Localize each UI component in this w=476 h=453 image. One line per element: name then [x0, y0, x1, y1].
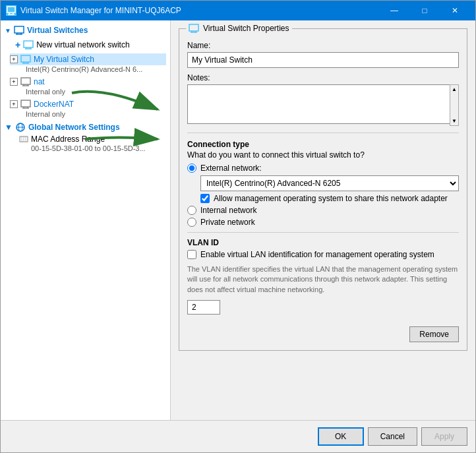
vlan-enable-checkbox[interactable] — [187, 250, 196, 259]
new-switch-icon — [23, 40, 34, 49]
mac-address-item[interactable]: MAC Address Range 00-15-5D-38-01-00 to 0… — [5, 133, 166, 154]
notes-scrollable: ▲ ▼ — [187, 84, 459, 126]
my-virtual-switch-header[interactable]: + My Virtual Switch — [10, 53, 166, 65]
notes-label: Notes: — [187, 73, 459, 82]
vlan-id-input[interactable] — [187, 300, 220, 315]
nat-switch-header[interactable]: + nat — [10, 76, 166, 88]
nat-switch-icon — [20, 77, 31, 86]
dockernat-switch-item: + DockerNAT Internal only — [1, 97, 170, 119]
expand-dockernat-icon[interactable]: + — [10, 100, 18, 108]
right-panel-wrapper: Virtual Switch Properties Name: Notes: — [171, 20, 475, 420]
mac-address-label: MAC Address Range — [31, 135, 105, 144]
name-field-container: Name: — [187, 41, 459, 68]
vlan-id-header: VLAN ID — [187, 238, 459, 247]
global-network-section: ▼ Global Network Settings — [1, 119, 170, 157]
main-window: Virtual Switch Manager for MININT-UQJ6AC… — [0, 0, 476, 453]
vlan-enable-label[interactable]: Enable virtual LAN identification for ma… — [200, 250, 434, 259]
svg-rect-4 — [15, 26, 24, 33]
nat-switch-item: + nat Internal only — [1, 75, 170, 97]
dockernat-switch-detail: Internal only — [10, 110, 166, 118]
svg-rect-12 — [21, 55, 30, 62]
allow-management-checkbox[interactable] — [200, 194, 210, 203]
name-label: Name: — [187, 41, 459, 50]
internal-network-row: Internal network — [187, 206, 459, 215]
dockernat-switch-header[interactable]: + DockerNAT — [10, 98, 166, 110]
properties-icon — [189, 24, 199, 33]
connection-type-section: Connection type What do you want to conn… — [187, 140, 459, 227]
adapter-dropdown-row: Intel(R) Centrino(R) Advanced-N 6205 — [200, 175, 459, 191]
nat-switch-name: nat — [34, 77, 45, 86]
name-input[interactable] — [187, 52, 459, 68]
private-network-row: Private network — [187, 218, 459, 227]
my-switch-name: My Virtual Switch — [34, 55, 94, 64]
allow-management-row: Allow management operating system to sha… — [200, 194, 459, 203]
dockernat-switch-icon — [20, 100, 31, 109]
maximize-button[interactable]: □ — [409, 1, 440, 20]
divider-1 — [187, 133, 459, 133]
switches-icon — [14, 26, 24, 35]
new-switch-label: New virtual network switch — [36, 40, 129, 49]
private-network-label[interactable]: Private network — [200, 218, 255, 227]
mac-address-value: 00-15-5D-38-01-00 to 00-15-5D-3... — [19, 144, 146, 152]
virtual-switches-header[interactable]: ▼ Virtual Switches — [1, 23, 170, 38]
mac-address-row: MAC Address Range — [19, 135, 105, 144]
svg-rect-20 — [21, 100, 30, 107]
expand-my-switch-icon[interactable]: + — [10, 55, 18, 63]
properties-title: Virtual Switch Properties — [203, 24, 289, 33]
apply-button[interactable]: Apply — [421, 427, 467, 446]
close-button[interactable]: ✕ — [440, 1, 470, 20]
svg-rect-31 — [189, 24, 198, 31]
minimize-button[interactable]: — — [379, 1, 409, 20]
my-switch-detail: Intel(R) Centrino(R) Advanced-N 6... — [10, 65, 166, 73]
internal-network-label[interactable]: Internal network — [200, 206, 256, 215]
collapse-global-icon: ▼ — [5, 123, 13, 132]
virtual-switches-label: Virtual Switches — [27, 26, 88, 35]
add-icon: + — [15, 40, 20, 50]
properties-group-box: Virtual Switch Properties Name: Notes: — [179, 28, 467, 351]
vlan-description: The VLAN identifier specifies the virtua… — [187, 264, 459, 295]
dockernat-switch-name: DockerNAT — [34, 100, 74, 109]
notes-input[interactable] — [187, 84, 459, 124]
vlan-enable-row: Enable virtual LAN identification for ma… — [187, 250, 459, 259]
window-title: Virtual Switch Manager for MININT-UQJ6AC… — [20, 6, 181, 15]
mac-icon — [19, 135, 28, 144]
new-switch-item[interactable]: + New virtual network switch — [1, 38, 170, 52]
svg-rect-8 — [24, 41, 33, 47]
my-virtual-switch-item: + My Virtual Switch Intel(R) Centrino(R)… — [1, 52, 170, 75]
my-switch-icon — [20, 55, 31, 64]
notes-scrollbar[interactable]: ▲ ▼ — [450, 84, 459, 126]
remove-button[interactable]: Remove — [409, 326, 459, 342]
external-network-row: External network: — [187, 164, 459, 173]
adapter-select[interactable]: Intel(R) Centrino(R) Advanced-N 6205 — [200, 175, 459, 191]
notes-field-container: Notes: ▲ ▼ — [187, 73, 459, 126]
expand-nat-icon[interactable]: + — [10, 78, 18, 86]
ok-button[interactable]: OK — [318, 427, 364, 446]
properties-group-title: Virtual Switch Properties — [186, 24, 292, 33]
private-network-radio[interactable] — [187, 218, 196, 227]
svg-rect-0 — [7, 7, 15, 13]
vlan-section: VLAN ID Enable virtual LAN identificatio… — [187, 232, 459, 315]
remove-button-row: Remove — [187, 321, 459, 342]
allow-management-label[interactable]: Allow management operating system to sha… — [214, 194, 448, 203]
internal-network-radio[interactable] — [187, 206, 196, 215]
global-network-label: Global Network Settings — [28, 123, 120, 132]
global-network-icon — [15, 122, 26, 133]
title-bar: Virtual Switch Manager for MININT-UQJ6AC… — [1, 1, 475, 20]
right-panel: Virtual Switch Properties Name: Notes: — [171, 20, 475, 367]
external-network-label[interactable]: External network: — [200, 164, 262, 173]
external-network-radio[interactable] — [187, 164, 196, 173]
connection-type-header: Connection type — [187, 140, 459, 149]
collapse-icon: ▼ — [5, 27, 11, 34]
svg-rect-16 — [21, 78, 30, 84]
connection-type-question: What do you want to connect this virtual… — [187, 150, 459, 160]
left-panel: ▼ Virtual Switches + New virtu — [1, 20, 171, 420]
nat-switch-detail: Internal only — [10, 88, 166, 96]
app-icon — [6, 5, 16, 16]
title-bar-left: Virtual Switch Manager for MININT-UQJ6AC… — [6, 5, 181, 16]
window-controls: — □ ✕ — [379, 1, 470, 20]
content-area: ▼ Virtual Switches + New virtu — [1, 20, 475, 420]
global-network-header[interactable]: ▼ Global Network Settings — [5, 122, 166, 133]
bottom-bar: OK Cancel Apply — [1, 420, 475, 452]
cancel-button[interactable]: Cancel — [368, 427, 417, 446]
